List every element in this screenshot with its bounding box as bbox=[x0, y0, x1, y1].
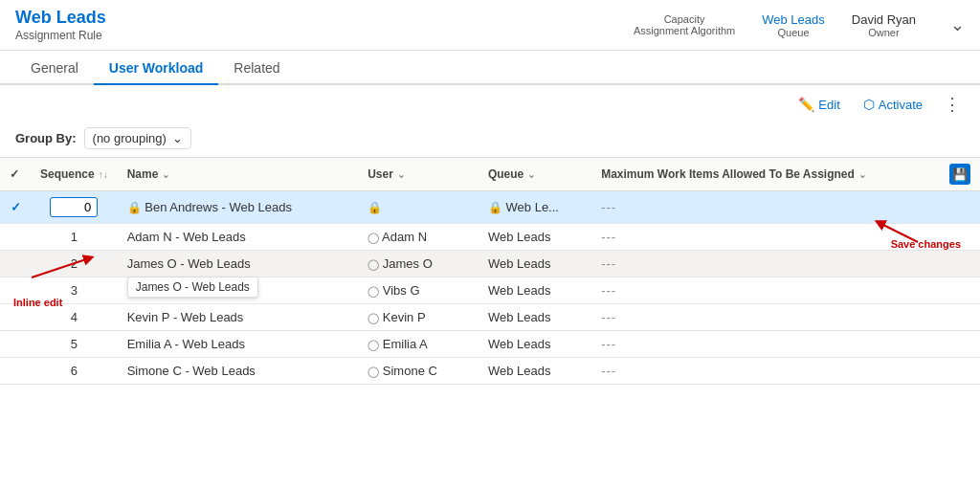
row-seq: 1 bbox=[31, 224, 118, 251]
capacity-meta: Capacity Assignment Algorithm bbox=[634, 13, 735, 36]
row-seq: 3 bbox=[31, 277, 118, 304]
row-name: 🔒 Ben Andrews - Web Leads bbox=[118, 191, 358, 224]
owner-value: David Ryan bbox=[852, 12, 916, 27]
row-queue: Web Leads bbox=[479, 224, 591, 251]
row-checkbox[interactable]: ✓ bbox=[0, 191, 31, 224]
header-left: Web Leads Assignment Rule bbox=[15, 8, 106, 42]
row-checkbox bbox=[0, 224, 31, 251]
name-sort-icon[interactable]: ⌄ bbox=[162, 169, 169, 180]
user-lock-icon: 🔒 bbox=[368, 201, 382, 214]
group-by-value: (no grouping) bbox=[93, 131, 167, 145]
sequence-sort-icon[interactable]: ↑↓ bbox=[99, 169, 108, 180]
row-checkbox bbox=[0, 251, 31, 277]
row-seq bbox=[31, 191, 118, 224]
row-checkbox bbox=[0, 277, 31, 304]
tab-general[interactable]: General bbox=[15, 51, 94, 85]
tab-related[interactable]: Related bbox=[218, 51, 295, 85]
group-by-label: Group By: bbox=[15, 131, 77, 145]
table-row[interactable]: 1 Adam N - Web Leads ◯ Adam N Web Leads … bbox=[0, 224, 980, 251]
toolbar: ✏️ Edit ⬡ Activate ⋮ bbox=[0, 85, 980, 123]
radio-icon: ◯ bbox=[368, 258, 379, 270]
row-name: James O - Web Leads James O - Web Leads bbox=[118, 251, 358, 277]
user-sort-icon[interactable]: ⌄ bbox=[397, 169, 405, 180]
header-check-icon: ✓ bbox=[10, 167, 19, 181]
checkmark-icon: ✓ bbox=[11, 200, 21, 214]
row-user: ◯ Adam N bbox=[358, 224, 479, 251]
row-max: --- bbox=[591, 191, 980, 224]
owner-meta: David Ryan Owner bbox=[852, 12, 916, 38]
table-row[interactable]: 6 Simone C - Web Leads ◯ Simone C Web Le… bbox=[0, 358, 980, 385]
row-user: ◯ Kevin P bbox=[358, 304, 479, 331]
th-user[interactable]: User ⌄ bbox=[358, 158, 479, 191]
row-user: 🔒 bbox=[358, 191, 479, 224]
capacity-label: Capacity bbox=[634, 13, 735, 25]
th-sequence[interactable]: Sequence ↑↓ bbox=[31, 158, 118, 191]
tab-bar: General User Workload Related bbox=[0, 51, 980, 85]
queue-value[interactable]: Web Leads bbox=[762, 12, 825, 27]
th-name[interactable]: Name ⌄ bbox=[118, 158, 358, 191]
row-queue: Web Leads bbox=[479, 304, 591, 331]
group-by-select[interactable]: (no grouping) ⌄ bbox=[84, 127, 191, 149]
header-right: Capacity Assignment Algorithm Web Leads … bbox=[634, 12, 965, 38]
page-subtitle: Assignment Rule bbox=[15, 29, 106, 42]
table-body: ✓ 🔒 Ben Andrews - Web Leads 🔒 🔒 We bbox=[0, 191, 980, 385]
tooltip-wrap: James O - Web Leads James O - Web Leads bbox=[127, 256, 251, 271]
radio-icon: ◯ bbox=[368, 312, 379, 323]
activate-icon: ⬡ bbox=[863, 97, 875, 112]
radio-icon: ◯ bbox=[368, 232, 379, 243]
th-max-items[interactable]: Maximum Work Items Allowed To Be Assigne… bbox=[591, 158, 980, 191]
table-wrap: ✓ Sequence ↑↓ Name ⌄ bbox=[0, 157, 980, 385]
row-queue: Web Leads bbox=[479, 251, 591, 277]
table-row[interactable]: 4 Kevin P - Web Leads ◯ Kevin P Web Lead… bbox=[0, 304, 980, 331]
radio-icon: ◯ bbox=[368, 285, 379, 297]
row-name: Emilia A - Web Leads bbox=[118, 331, 358, 358]
row-max: --- bbox=[591, 277, 980, 304]
row-max: --- bbox=[591, 331, 980, 358]
radio-icon: ◯ bbox=[368, 339, 379, 350]
row-name-text: James O - Web Leads bbox=[127, 256, 251, 271]
row-seq: 5 bbox=[31, 331, 118, 358]
edit-button[interactable]: ✏️ Edit bbox=[792, 93, 845, 116]
activate-button[interactable]: ⬡ Activate bbox=[858, 93, 928, 116]
row-max: --- bbox=[591, 224, 980, 251]
row-checkbox bbox=[0, 331, 31, 358]
seq-inline-input[interactable] bbox=[50, 197, 98, 217]
table-row[interactable]: 2 James O - Web Leads James O - Web Lead… bbox=[0, 251, 980, 277]
th-queue[interactable]: Queue ⌄ bbox=[479, 158, 591, 191]
edit-pencil-icon: ✏️ bbox=[798, 97, 814, 112]
row-queue: Web Leads bbox=[479, 277, 591, 304]
row-name: Simone C - Web Leads bbox=[118, 358, 358, 385]
workload-table: ✓ Sequence ↑↓ Name ⌄ bbox=[0, 157, 980, 385]
queue-lock-icon: 🔒 bbox=[488, 201, 502, 214]
capacity-sublabel: Assignment Algorithm bbox=[634, 25, 735, 36]
page-title: Web Leads bbox=[15, 8, 106, 28]
queue-sort-icon[interactable]: ⌄ bbox=[527, 169, 535, 180]
row-checkbox bbox=[0, 304, 31, 331]
tooltip-box: James O - Web Leads bbox=[127, 277, 258, 298]
group-by-bar: Group By: (no grouping) ⌄ bbox=[0, 123, 980, 157]
row-seq: 2 bbox=[31, 251, 118, 277]
row-user: ◯ Vibs G bbox=[358, 277, 479, 304]
page-container: Web Leads Assignment Rule Capacity Assig… bbox=[0, 0, 980, 488]
more-actions-icon[interactable]: ⋮ bbox=[940, 94, 965, 115]
max-sort-icon[interactable]: ⌄ bbox=[858, 169, 866, 180]
th-checkbox: ✓ bbox=[0, 158, 31, 191]
lock-icon: 🔒 bbox=[127, 201, 142, 214]
row-checkbox bbox=[0, 358, 31, 385]
row-user: ◯ James O bbox=[358, 251, 479, 277]
row-name: Adam N - Web Leads bbox=[118, 224, 358, 251]
row-name: Kevin P - Web Leads bbox=[118, 304, 358, 331]
row-user: ◯ Simone C bbox=[358, 358, 479, 385]
group-by-chevron-icon: ⌄ bbox=[172, 131, 183, 145]
table-row[interactable]: ✓ 🔒 Ben Andrews - Web Leads 🔒 🔒 We bbox=[0, 191, 980, 224]
tab-user-workload[interactable]: User Workload bbox=[94, 51, 219, 85]
table-header: ✓ Sequence ↑↓ Name ⌄ bbox=[0, 158, 980, 191]
row-seq: 6 bbox=[31, 358, 118, 385]
edit-label: Edit bbox=[818, 98, 839, 112]
header-chevron-icon[interactable]: ⌄ bbox=[950, 14, 965, 35]
table-row[interactable]: 5 Emilia A - Web Leads ◯ Emilia A Web Le… bbox=[0, 331, 980, 358]
save-icon[interactable]: 💾 bbox=[949, 164, 970, 185]
header: Web Leads Assignment Rule Capacity Assig… bbox=[0, 0, 980, 51]
row-queue: Web Leads bbox=[479, 331, 591, 358]
queue-meta[interactable]: Web Leads Queue bbox=[762, 12, 825, 38]
